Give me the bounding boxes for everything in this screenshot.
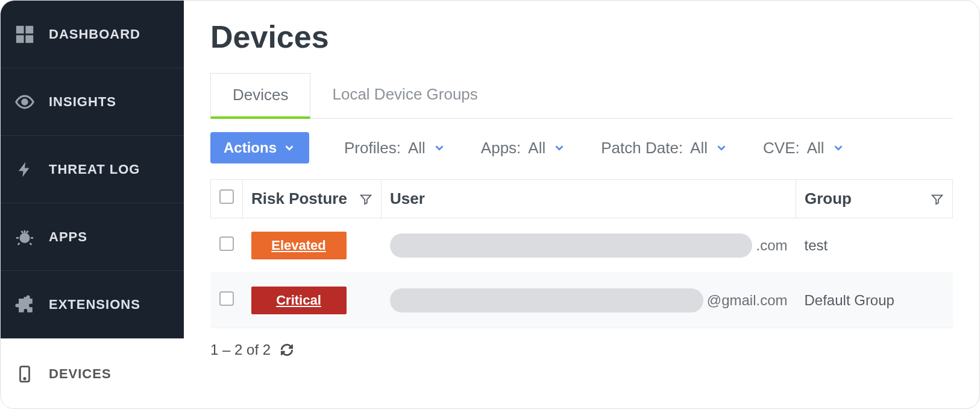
sidebar-item-extensions[interactable]: EXTENSIONS bbox=[1, 271, 184, 338]
bug-icon bbox=[14, 226, 36, 248]
filter-label: Profiles: bbox=[344, 139, 401, 157]
table-row[interactable]: Elevated .com test bbox=[211, 218, 953, 273]
column-header-group[interactable]: Group bbox=[796, 180, 953, 218]
chevron-down-icon bbox=[715, 141, 728, 154]
svg-rect-2 bbox=[16, 35, 24, 43]
refresh-icon[interactable] bbox=[279, 342, 295, 358]
row-checkbox[interactable] bbox=[219, 236, 234, 251]
sidebar: DASHBOARD INSIGHTS THREAT LOG APPS EXTEN bbox=[1, 1, 184, 408]
filter-label: CVE: bbox=[763, 139, 800, 157]
svg-rect-0 bbox=[16, 25, 24, 33]
user-suffix: .com bbox=[756, 237, 787, 254]
tab-local-device-groups[interactable]: Local Device Groups bbox=[310, 73, 499, 118]
svg-point-5 bbox=[20, 232, 30, 243]
filter-value: All bbox=[408, 139, 426, 157]
puzzle-icon bbox=[14, 294, 36, 315]
risk-label: Critical bbox=[276, 293, 321, 308]
user-cell: @gmail.com bbox=[390, 288, 788, 312]
bolt-icon bbox=[14, 159, 36, 180]
dashboard-icon bbox=[14, 24, 36, 45]
sidebar-item-devices[interactable]: DEVICES bbox=[1, 338, 184, 409]
pagination: 1 – 2 of 2 bbox=[210, 341, 953, 358]
device-icon bbox=[14, 363, 36, 385]
sidebar-item-label: THREAT LOG bbox=[49, 162, 140, 177]
group-cell: Default Group bbox=[796, 273, 953, 328]
column-label: User bbox=[390, 189, 425, 208]
group-cell: test bbox=[796, 218, 953, 273]
user-suffix: @gmail.com bbox=[707, 292, 788, 309]
chevron-down-icon bbox=[283, 141, 296, 154]
redacted-user bbox=[390, 233, 753, 258]
sidebar-item-label: INSIGHTS bbox=[49, 94, 116, 110]
sidebar-item-label: DEVICES bbox=[49, 366, 112, 382]
svg-point-7 bbox=[24, 378, 26, 379]
chevron-down-icon bbox=[832, 141, 845, 154]
filter-profiles[interactable]: Profiles: All bbox=[344, 139, 446, 157]
filter-patchdate[interactable]: Patch Date: All bbox=[601, 139, 728, 157]
main-content: Devices Devices Local Device Groups Acti… bbox=[184, 1, 979, 408]
sidebar-item-label: APPS bbox=[49, 229, 87, 245]
tab-label: Local Device Groups bbox=[332, 85, 477, 103]
svg-rect-1 bbox=[25, 25, 33, 33]
devices-table: Risk Posture User Group bbox=[210, 179, 953, 328]
tab-devices[interactable]: Devices bbox=[210, 73, 310, 119]
filter-icon bbox=[931, 192, 944, 206]
page-title: Devices bbox=[210, 19, 953, 55]
filter-label: Apps: bbox=[481, 139, 521, 157]
tabs: Devices Local Device Groups bbox=[210, 73, 953, 119]
sidebar-dark-section: DASHBOARD INSIGHTS THREAT LOG APPS EXTEN bbox=[1, 1, 184, 338]
svg-point-4 bbox=[22, 99, 28, 104]
redacted-user bbox=[390, 288, 703, 312]
table-row[interactable]: Critical @gmail.com Default Group bbox=[211, 273, 953, 328]
risk-label: Elevated bbox=[271, 238, 326, 253]
filter-bar: Actions Profiles: All Apps: All Patch Da… bbox=[210, 132, 953, 163]
sidebar-item-label: DASHBOARD bbox=[49, 27, 140, 42]
actions-button[interactable]: Actions bbox=[210, 132, 309, 163]
filter-apps[interactable]: Apps: All bbox=[481, 139, 566, 157]
filter-icon bbox=[359, 192, 372, 206]
risk-badge-elevated[interactable]: Elevated bbox=[251, 232, 347, 259]
filter-label: Patch Date: bbox=[601, 139, 683, 157]
eye-icon bbox=[14, 91, 36, 113]
sidebar-item-apps[interactable]: APPS bbox=[1, 203, 184, 271]
sidebar-item-label: EXTENSIONS bbox=[49, 297, 140, 312]
user-cell: .com bbox=[390, 233, 788, 258]
sidebar-item-threatlog[interactable]: THREAT LOG bbox=[1, 136, 184, 203]
column-header-risk[interactable]: Risk Posture bbox=[243, 180, 382, 218]
sidebar-light-section: DEVICES bbox=[1, 338, 184, 409]
column-header-select bbox=[211, 180, 243, 218]
column-label: Risk Posture bbox=[251, 189, 347, 208]
sidebar-item-dashboard[interactable]: DASHBOARD bbox=[1, 1, 184, 68]
tab-label: Devices bbox=[233, 86, 288, 104]
risk-badge-critical[interactable]: Critical bbox=[251, 287, 347, 314]
column-label: Group bbox=[805, 189, 852, 208]
column-header-user[interactable]: User bbox=[382, 180, 796, 218]
filter-cve[interactable]: CVE: All bbox=[763, 139, 845, 157]
actions-label: Actions bbox=[224, 139, 277, 156]
chevron-down-icon bbox=[433, 141, 446, 154]
filter-value: All bbox=[690, 139, 708, 157]
chevron-down-icon bbox=[553, 141, 566, 154]
filter-value: All bbox=[528, 139, 545, 157]
row-checkbox[interactable] bbox=[219, 291, 234, 306]
filter-value: All bbox=[807, 139, 825, 157]
select-all-checkbox[interactable] bbox=[219, 189, 234, 204]
sidebar-item-insights[interactable]: INSIGHTS bbox=[1, 68, 184, 136]
svg-rect-3 bbox=[25, 35, 33, 43]
pagination-text: 1 – 2 of 2 bbox=[210, 341, 271, 358]
